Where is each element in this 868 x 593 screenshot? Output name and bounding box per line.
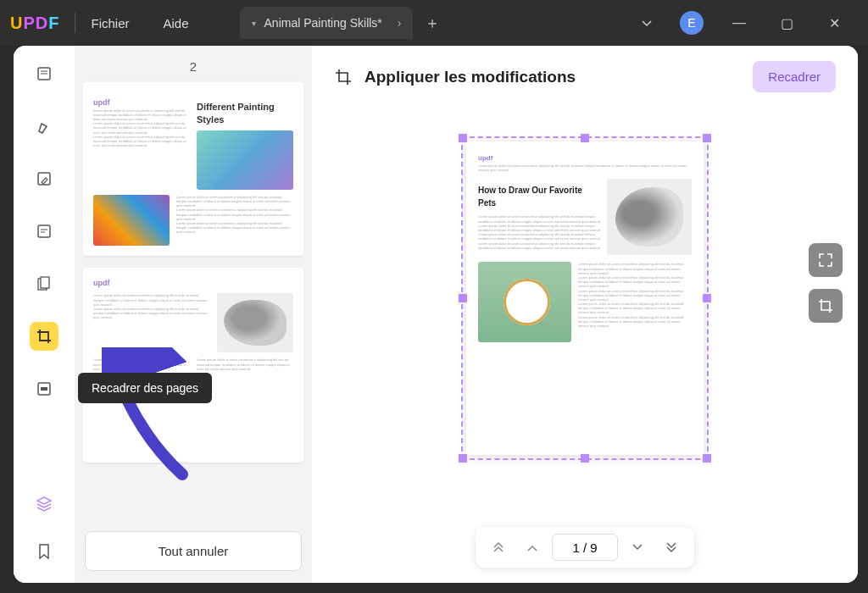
menu-file[interactable]: Fichier <box>91 16 129 30</box>
separator <box>75 13 75 33</box>
user-avatar[interactable]: E <box>680 11 704 35</box>
crop-pages-tool[interactable] <box>30 322 58 351</box>
organize-tool[interactable] <box>30 269 58 298</box>
crop-handle-br[interactable] <box>703 454 711 463</box>
svg-rect-6 <box>41 387 47 391</box>
thumbnail-page-3[interactable]: updf Cute Pet Painting Steps <box>83 268 303 463</box>
form-tool[interactable] <box>30 217 58 246</box>
tab-next-icon[interactable]: › <box>398 16 402 30</box>
thumbnail-page-2[interactable]: updf Different Painting Styles <box>83 82 303 256</box>
svg-rect-2 <box>38 225 50 237</box>
maximize-button[interactable]: ▢ <box>775 14 798 32</box>
crop-tool[interactable] <box>809 289 843 323</box>
crop-icon <box>334 68 353 86</box>
header-title: Appliquer les modifications <box>364 68 576 86</box>
canvas-area: updf How to Draw Our Favorite Pets <box>312 108 858 583</box>
page-number-label: 2 <box>83 59 303 74</box>
crop-handle-bl[interactable] <box>459 454 467 463</box>
main-header: Appliquer les modifications Recadrer <box>312 46 858 108</box>
crop-tooltip: Recadrer des pages <box>78 373 212 403</box>
left-sidebar: Recadrer des pages <box>14 46 75 583</box>
titlebar: UPDF Fichier Aide ▾ Animal Painting Skil… <box>0 0 868 46</box>
bookmark-icon[interactable] <box>30 537 58 566</box>
document-tab[interactable]: ▾ Animal Painting Skills* › <box>240 7 414 39</box>
fullscreen-tool[interactable] <box>809 243 843 277</box>
app-logo: UPDF <box>10 14 59 33</box>
reset-all-button[interactable]: Tout annuler <box>85 531 302 571</box>
last-page-button[interactable] <box>657 535 686 560</box>
main-area: Appliquer les modifications Recadrer upd… <box>312 46 858 583</box>
thumbnail-panel: 2 updf Different Painting Styles updf <box>75 46 312 583</box>
prev-page-button[interactable] <box>518 535 547 560</box>
close-button[interactable]: ✕ <box>822 14 846 32</box>
page-preview[interactable]: updf How to Draw Our Favorite Pets <box>466 141 704 455</box>
edit-tool[interactable] <box>30 164 58 193</box>
layers-icon[interactable] <box>30 490 58 518</box>
crop-handle-tr[interactable] <box>703 134 711 142</box>
minimize-button[interactable]: — <box>727 14 751 32</box>
crop-handle-tl[interactable] <box>459 134 467 142</box>
crop-handle-l[interactable] <box>459 294 467 302</box>
canvas-tools <box>809 243 843 323</box>
app-body: Recadrer des pages 2 updf Different Pain… <box>14 46 858 583</box>
preview-image-flowers <box>478 262 571 342</box>
page-navigator <box>476 527 694 568</box>
first-page-button[interactable] <box>484 535 513 560</box>
page-input[interactable] <box>552 534 618 561</box>
new-tab-button[interactable]: ＋ <box>425 13 440 33</box>
crop-handle-t[interactable] <box>581 134 589 142</box>
comment-tool[interactable] <box>30 112 58 141</box>
preview-image-dog <box>607 179 692 255</box>
svg-rect-4 <box>41 277 49 288</box>
crop-handle-b[interactable] <box>581 454 589 463</box>
next-page-button[interactable] <box>623 535 652 560</box>
dropdown-icon[interactable] <box>637 14 656 32</box>
reader-tool[interactable] <box>30 59 58 88</box>
tab-dropdown-icon[interactable]: ▾ <box>252 19 256 28</box>
tab-title: Animal Painting Skills* <box>264 16 382 30</box>
menu-help[interactable]: Aide <box>163 16 188 30</box>
crop-handle-r[interactable] <box>703 294 711 302</box>
apply-crop-button[interactable]: Recadrer <box>753 61 836 92</box>
redact-tool[interactable] <box>30 374 58 403</box>
